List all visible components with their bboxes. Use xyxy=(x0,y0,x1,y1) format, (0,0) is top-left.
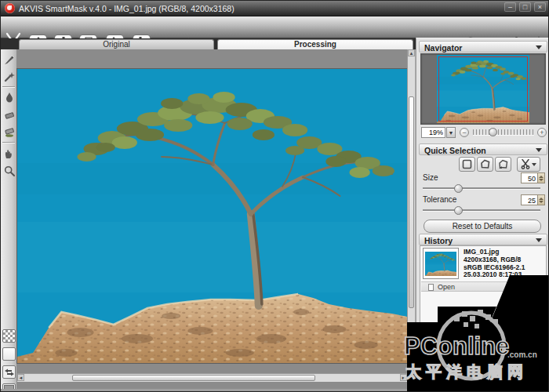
zoom-slider-thumb[interactable] xyxy=(489,128,497,136)
size-value: 50 xyxy=(522,173,537,183)
smartmask-window: AKVIS SmartMask v.4.0 - IMG_01.jpg (RGB/… xyxy=(0,0,549,392)
chevron-down-icon xyxy=(536,238,542,242)
size-label: Size xyxy=(423,173,438,182)
window-bottom-edge xyxy=(1,389,549,391)
swap-background-button[interactable] xyxy=(2,365,16,379)
magic-brush-icon[interactable] xyxy=(2,69,16,84)
vertical-scrollbar[interactable]: ▲ ▼ xyxy=(407,49,415,382)
subtract-from-selection-button[interactable] xyxy=(495,157,511,172)
new-selection-button[interactable] xyxy=(459,157,475,172)
tolerance-spinbox[interactable]: 25 xyxy=(521,194,545,205)
scroll-left-arrow[interactable]: ◄ xyxy=(17,374,24,381)
tab-original[interactable]: Original xyxy=(19,39,214,49)
tool-separator xyxy=(2,86,15,88)
quick-selection-title: Quick Selection xyxy=(424,146,486,155)
navigator-header[interactable]: Navigator xyxy=(419,41,547,53)
chevron-down-icon xyxy=(536,148,542,152)
add-to-selection-button[interactable] xyxy=(477,157,493,172)
size-slider-thumb[interactable] xyxy=(454,184,463,193)
main-toolbar: Auto Manual ? xyxy=(1,16,549,38)
tool-palette xyxy=(1,49,17,390)
photo-tree-on-rock xyxy=(17,69,407,363)
horizontal-scroll-thumb[interactable] xyxy=(72,375,315,381)
maximize-button[interactable]: □ xyxy=(519,2,531,12)
image-canvas[interactable]: ▲ ▼ ◄ ► xyxy=(17,49,415,390)
eraser-icon[interactable] xyxy=(2,107,16,122)
tolerance-slider[interactable] xyxy=(423,209,540,212)
title-bar: AKVIS SmartMask v.4.0 - IMG_01.jpg (RGB/… xyxy=(1,1,549,16)
horizontal-scrollbar[interactable]: ◄ ► xyxy=(17,373,407,382)
blob-remover-icon[interactable] xyxy=(2,90,16,105)
size-slider[interactable] xyxy=(423,187,540,190)
akvis-logo-icon xyxy=(5,3,15,13)
white-background-button[interactable] xyxy=(2,347,16,361)
history-datetime: 25.03.2010 8:17:03 xyxy=(464,271,525,279)
zoom-in-button[interactable]: + xyxy=(537,128,547,137)
history-title: History xyxy=(424,236,453,245)
history-open-label: Open xyxy=(438,283,455,291)
history-entry-info[interactable]: IMG_01.jpg 4200x3168, RGB/8 sRGB IEC6196… xyxy=(464,249,525,279)
history-entry-thumbnail[interactable] xyxy=(423,248,459,279)
zoom-dropdown-button[interactable]: ▼ xyxy=(446,127,456,138)
zoom-slider[interactable] xyxy=(473,129,534,136)
history-open-row[interactable]: Open xyxy=(421,281,545,292)
scroll-up-arrow[interactable]: ▲ xyxy=(408,49,415,56)
tolerance-slider-thumb[interactable] xyxy=(454,206,463,215)
quick-selection-scissors-button[interactable] xyxy=(517,157,540,172)
navigator-title: Navigator xyxy=(424,43,462,53)
quick-selection-header[interactable]: Quick Selection xyxy=(419,143,547,155)
tolerance-spinner-buttons[interactable] xyxy=(537,195,544,205)
zoom-out-button[interactable]: − xyxy=(460,128,469,137)
minimize-button[interactable]: – xyxy=(504,2,516,12)
reset-to-defaults-button[interactable]: Reset to Defaults xyxy=(424,220,541,233)
tolerance-value: 25 xyxy=(522,195,537,205)
chameleon-brush-icon[interactable] xyxy=(2,125,16,140)
view-tabs: Original Processing xyxy=(1,38,416,49)
history-list[interactable]: IMG_01.jpg 4200x3168, RGB/8 sRGB IEC6196… xyxy=(420,245,547,389)
keep-area-pencil-icon[interactable] xyxy=(2,52,16,67)
tool-separator xyxy=(2,142,15,143)
transparent-background-button[interactable] xyxy=(2,329,16,343)
navigator-preview[interactable] xyxy=(420,53,546,125)
hand-tool-icon[interactable] xyxy=(2,146,16,161)
chevron-down-icon xyxy=(536,45,542,49)
document-icon xyxy=(428,284,434,291)
history-header[interactable]: History xyxy=(419,234,547,245)
scroll-right-arrow[interactable]: ► xyxy=(400,374,407,381)
close-button[interactable]: × xyxy=(534,2,546,12)
tolerance-label: Tolerance xyxy=(423,195,456,204)
navigator-view-frame[interactable] xyxy=(438,56,528,122)
settings-panel: Navigator ▼ − + Quick Selection xyxy=(416,38,549,392)
window-title: AKVIS SmartMask v.4.0 - IMG_01.jpg (RGB/… xyxy=(19,4,235,13)
size-spinner-buttons[interactable] xyxy=(537,173,544,183)
size-spinbox[interactable]: 50 xyxy=(521,172,545,183)
tab-processing[interactable]: Processing xyxy=(217,39,413,49)
vertical-scroll-thumb[interactable] xyxy=(409,96,414,308)
zoom-input[interactable] xyxy=(421,127,445,138)
zoom-tool-icon[interactable] xyxy=(2,163,16,178)
